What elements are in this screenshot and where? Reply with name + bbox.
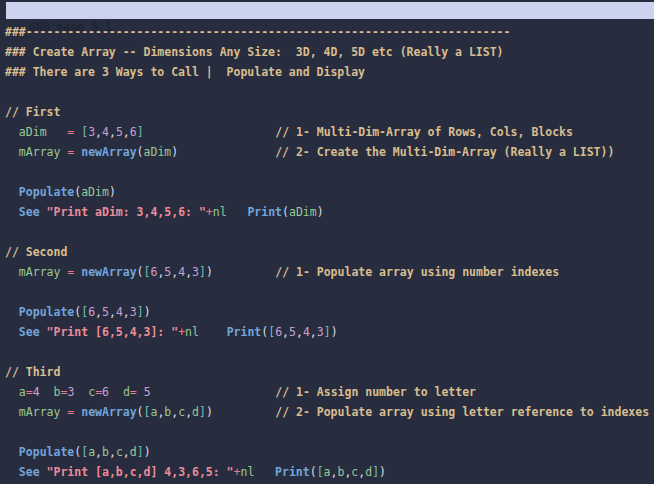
code-segment-plain (5, 325, 19, 339)
code-segment-keyword: See (19, 465, 40, 479)
code-segment-ident: d (123, 385, 130, 399)
code-segment-keyword: Populate (19, 305, 74, 319)
code-line: // Second (5, 242, 654, 262)
code-segment-plain (213, 265, 275, 279)
code-segment-keyword: newArray (81, 145, 136, 159)
code-segment-number: 3 (192, 265, 199, 279)
code-segment-plain: , (123, 125, 130, 139)
code-segment-comment: // 2- Populate array using letter refere… (275, 405, 649, 419)
code-line: mArray = newArray(aDim) // 2- Create the… (5, 142, 654, 162)
code-segment-ident: mArray (19, 145, 61, 159)
code-segment-number: 5 (289, 325, 296, 339)
code-segment-plain: ( (282, 205, 289, 219)
code-line: See "Print [6,5,4,3]: "+nl Print([6,5,4,… (5, 322, 654, 342)
code-line (5, 162, 654, 182)
code-segment-number: 5 (116, 125, 123, 139)
code-segment-ident: d (130, 445, 137, 459)
code-segment-ident: aDim (144, 145, 172, 159)
code-line (5, 422, 654, 442)
code-segment-plain: ( (310, 465, 317, 479)
code-segment-plain (5, 465, 19, 479)
nano-titlebar: GNU nano 8.1 (6, 2, 654, 19)
code-segment-keyword: Populate (19, 445, 74, 459)
code-segment-plain: ) (144, 445, 151, 459)
code-segment-comment: // Second (5, 245, 67, 259)
code-segment-plain: ( (137, 405, 144, 419)
code-segment-plain (40, 325, 47, 339)
code-segment-plain (40, 465, 47, 479)
code-segment-ident: mArray (19, 265, 61, 279)
code-segment-plain: ) (331, 325, 338, 339)
code-segment-plain (227, 205, 248, 219)
code-line: See "Print aDim: 3,4,5,6: "+nl Print(aDi… (5, 202, 654, 222)
code-segment-plain (5, 305, 19, 319)
code-segment-number: 4 (102, 125, 109, 139)
code-segment-ident: b (102, 445, 109, 459)
code-line (5, 282, 654, 302)
code-line: mArray = newArray([6,5,4,3]) // 1- Popul… (5, 262, 654, 282)
code-segment-ident: a (19, 385, 26, 399)
code-segment-number: 4 (303, 325, 310, 339)
code-segment-comment: // 1- Assign number to letter (275, 385, 476, 399)
code-segment-keyword: Print (247, 205, 282, 219)
code-segment-keyword: See (19, 205, 40, 219)
code-segment-plain (5, 265, 19, 279)
code-segment-plain: , (95, 305, 102, 319)
code-line: See "Print [a,b,c,d] 4,3,6,5: "+nl Print… (5, 462, 654, 482)
code-segment-keyword: newArray (81, 265, 136, 279)
code-segment-bracket: ] (137, 125, 144, 139)
code-segment-comment: // First (5, 105, 60, 119)
code-segment-plain: , (123, 445, 130, 459)
code-segment-plain (5, 145, 19, 159)
code-segment-bracket: ] (324, 325, 331, 339)
code-segment-number: 3 (130, 305, 137, 319)
code-line: Populate([a,b,c,d]) (5, 442, 654, 462)
code-segment-plain: , (310, 325, 317, 339)
code-segment-plain: ) (206, 265, 213, 279)
code-segment-bracket: ] (199, 265, 206, 279)
code-segment-plain: , (296, 325, 303, 339)
code-segment-comment: // Third (5, 365, 60, 379)
code-segment-plain: , (109, 445, 116, 459)
code-segment-bracket: ] (199, 405, 206, 419)
code-segment-ident: d (192, 405, 199, 419)
code-line: // First (5, 102, 654, 122)
code-segment-plain (199, 325, 227, 339)
code-segment-plain: , (95, 445, 102, 459)
code-segment-ident: nl (240, 465, 254, 479)
code-segment-plain (144, 125, 276, 139)
code-segment-number: 3 (317, 325, 324, 339)
code-segment-operator: + (206, 205, 213, 219)
code-segment-string: "Print [a,b,c,d] 4,3,6,5: " (47, 465, 234, 479)
code-segment-plain: ( (137, 145, 144, 159)
code-line: aDim = [3,4,5,6] // 1- Multi-Dim-Array o… (5, 122, 654, 142)
code-segment-bracket: ] (137, 445, 144, 459)
code-segment-plain: , (109, 125, 116, 139)
code-segment-plain (151, 385, 276, 399)
code-segment-comment: // 1- Multi-Dim-Array of Rows, Cols, Blo… (275, 125, 573, 139)
code-segment-comment: ### There are 3 Ways to Call | Populate … (5, 65, 365, 79)
code-line: ### There are 3 Ways to Call | Populate … (5, 62, 654, 82)
code-segment-keyword: Print (227, 325, 262, 339)
code-segment-bracket: ] (137, 305, 144, 319)
code-segment-string: "Print aDim: 3,4,5,6: " (47, 205, 206, 219)
code-segment-plain: ) (379, 465, 386, 479)
code-segment-plain: , (123, 305, 130, 319)
code-line (5, 82, 654, 102)
code-segment-number: 5 (144, 385, 151, 399)
code-segment-plain (109, 385, 123, 399)
code-segment-ident: c (116, 445, 123, 459)
code-segment-number: 6 (102, 385, 109, 399)
code-segment-ident: aDim (81, 185, 109, 199)
code-segment-ident: a (324, 465, 331, 479)
editor-area[interactable]: ###-------------------------------------… (0, 19, 654, 482)
code-segment-comment: // 2- Create the Multi-Dim-Array (Really… (275, 145, 614, 159)
code-line (5, 222, 654, 242)
code-segment-comment: // 1- Populate array using number indexe… (275, 265, 559, 279)
code-segment-plain: ) (144, 305, 151, 319)
code-segment-operator: = (26, 385, 33, 399)
code-line: ### Create Array -- Dimensions Any Size:… (5, 42, 654, 62)
code-segment-ident: aDim (289, 205, 317, 219)
code-segment-plain (40, 205, 47, 219)
code-segment-plain (5, 445, 19, 459)
